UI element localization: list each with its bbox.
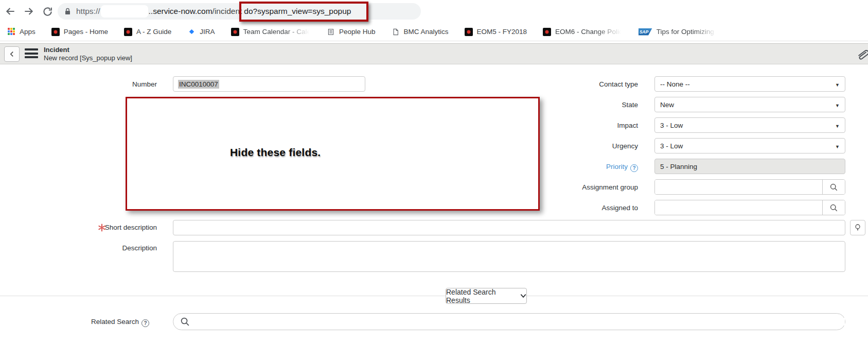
bookmark-people-hub[interactable]: People Hub xyxy=(327,28,376,36)
state-value: New xyxy=(660,101,674,109)
number-input[interactable]: INC0010007 xyxy=(173,76,365,92)
bookmark-pages-home[interactable]: Pages - Home xyxy=(51,28,108,36)
url-text: https://..service-now.com/incidentdo?sys… xyxy=(76,5,353,18)
chevron-left-icon xyxy=(8,50,15,58)
number-label: Number xyxy=(51,80,157,88)
forward-button[interactable] xyxy=(22,4,36,19)
bookmark-label: Team Calendar - Cale xyxy=(243,28,311,36)
starburst-icon xyxy=(124,28,132,36)
record-header: Incident New record [Sys_popup view] xyxy=(0,43,868,64)
contact-type-select[interactable]: -- None -- xyxy=(654,76,845,92)
help-question-icon[interactable] xyxy=(141,319,149,327)
bookmarks-bar: Apps Pages - Home A - Z Guide JIRA Team … xyxy=(0,23,868,41)
assignment-group-input[interactable] xyxy=(655,180,822,194)
impact-select[interactable]: 3 - Low xyxy=(654,117,845,133)
back-button[interactable] xyxy=(3,4,17,19)
search-icon xyxy=(180,317,190,327)
impact-value: 3 - Low xyxy=(660,122,683,129)
starburst-icon xyxy=(231,28,239,36)
record-title: Incident xyxy=(44,46,69,54)
chevron-down-icon xyxy=(835,122,840,129)
assigned-to-field xyxy=(654,200,845,215)
url-highlight-red-box: do?sysparm_view=sys_popup xyxy=(239,2,368,22)
bookmark-label: People Hub xyxy=(339,28,376,36)
bookmark-sap-tips[interactable]: SAP Tips for Optimizing t xyxy=(639,28,718,36)
bookmark-eom5[interactable]: EOM5 - FY2018 xyxy=(465,28,527,36)
assignment-group-lookup-button[interactable] xyxy=(822,180,845,194)
priority-label-text[interactable]: Priority xyxy=(606,163,628,170)
lock-icon xyxy=(64,7,72,15)
bookmark-team-calendar[interactable]: Team Calendar - Cale xyxy=(231,28,311,36)
url-scheme: https:// xyxy=(76,7,100,16)
related-search-label-text: Related Search xyxy=(91,318,139,326)
help-question-icon[interactable] xyxy=(630,164,638,172)
search-icon xyxy=(829,203,838,212)
url-redacted-segment xyxy=(101,5,148,18)
record-subtitle: New record [Sys_popup view] xyxy=(44,54,132,62)
assigned-to-input[interactable] xyxy=(655,200,822,215)
jira-diamond-icon xyxy=(187,28,196,36)
description-textarea[interactable] xyxy=(173,241,845,272)
forward-arrow-icon xyxy=(23,6,34,17)
priority-readonly-field: 5 - Planning xyxy=(654,159,845,174)
search-icon xyxy=(829,183,838,192)
record-back-button[interactable] xyxy=(4,46,20,62)
section-divider xyxy=(0,296,868,296)
chevron-down-icon xyxy=(835,101,840,109)
annotation-text: Hide these fields. xyxy=(230,146,321,159)
page-icon xyxy=(392,28,400,36)
bookmark-label: EOM6 - Change Polic xyxy=(555,28,623,36)
chevron-down-icon xyxy=(835,80,840,88)
number-value-selected: INC0010007 xyxy=(178,80,219,89)
bookmark-label: EOM5 - FY2018 xyxy=(477,28,527,36)
bookmark-apps[interactable]: Apps xyxy=(7,28,36,36)
reload-icon xyxy=(42,6,53,17)
sap-icon: SAP xyxy=(639,28,652,36)
related-search-results-label: Related Search Results xyxy=(446,288,517,304)
bookmark-label: Tips for Optimizing t xyxy=(657,28,718,36)
apps-grid-icon xyxy=(7,28,15,36)
contact-type-label: Contact type xyxy=(489,80,638,88)
related-search-results-button[interactable]: Related Search Results xyxy=(446,288,527,304)
bookmark-bmc-analytics[interactable]: BMC Analytics xyxy=(392,28,449,36)
bookmark-jira[interactable]: JIRA xyxy=(187,28,215,36)
chevron-down-icon xyxy=(520,294,526,298)
bookmark-eom6[interactable]: EOM6 - Change Polic xyxy=(543,28,623,36)
browser-toolbar: https://..service-now.com/incidentdo?sys… xyxy=(0,0,868,23)
bookmark-label: BMC Analytics xyxy=(404,28,449,36)
state-select[interactable]: New xyxy=(654,97,845,112)
starburst-icon xyxy=(465,28,473,36)
contact-type-value: -- None -- xyxy=(660,80,690,88)
related-search-input[interactable] xyxy=(195,318,845,326)
urgency-select[interactable]: 3 - Low xyxy=(654,138,845,153)
short-description-label: Short description xyxy=(51,224,157,231)
url-domain: ..service-now.com xyxy=(149,7,212,16)
lightbulb-icon xyxy=(854,224,862,232)
suggestion-lightbulb-button[interactable] xyxy=(850,220,865,235)
bookmark-label: JIRA xyxy=(200,28,215,36)
annotation-red-box: Hide these fields. xyxy=(126,97,540,211)
bookmark-label: A - Z Guide xyxy=(136,28,171,36)
context-menu-icon[interactable] xyxy=(25,48,38,60)
url-bar[interactable]: https://..service-now.com/incidentdo?sys… xyxy=(58,3,421,20)
back-arrow-icon xyxy=(5,6,16,17)
starburst-icon xyxy=(543,28,551,36)
chevron-down-icon xyxy=(835,142,840,150)
short-description-input[interactable] xyxy=(173,220,845,235)
assigned-to-lookup-button[interactable] xyxy=(822,200,845,215)
url-path: /incident xyxy=(212,7,242,16)
reload-button[interactable] xyxy=(40,4,55,19)
browser-window: https://..service-now.com/incidentdo?sys… xyxy=(0,0,868,342)
bookmark-az-guide[interactable]: A - Z Guide xyxy=(124,28,171,36)
attachment-paperclip-icon[interactable] xyxy=(856,47,868,62)
bookmark-label: Pages - Home xyxy=(64,28,108,36)
starburst-icon xyxy=(51,28,60,36)
assignment-group-field xyxy=(654,179,845,195)
description-label: Description xyxy=(51,244,157,252)
document-lines-icon xyxy=(327,28,335,36)
related-search-label: Related Search xyxy=(31,318,149,327)
bookmark-label: Apps xyxy=(20,28,36,36)
urgency-value: 3 - Low xyxy=(660,142,683,150)
related-search-box xyxy=(173,313,845,330)
priority-value: 5 - Planning xyxy=(660,163,697,170)
